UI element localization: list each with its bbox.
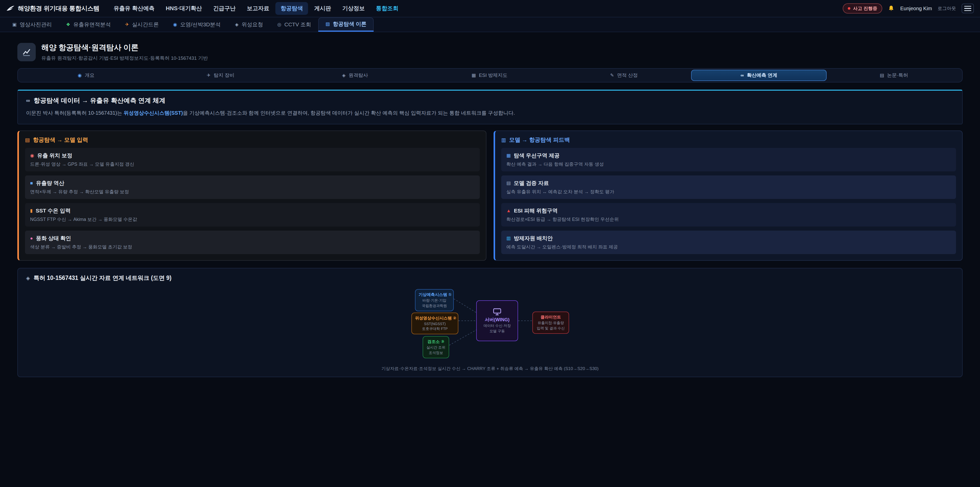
menu-integrated-search[interactable]: 통합조회 <box>371 2 404 15</box>
hamburger-menu-button[interactable] <box>962 3 974 13</box>
tab-cctv-view[interactable]: ◎ CCTV 조회 <box>270 18 318 32</box>
tab-pollution-ship-3d[interactable]: ◉ 오염/선박3D분석 <box>166 18 228 32</box>
oil-drum-icon: ● <box>30 236 33 241</box>
input-panel-header: ▤ 항공탐색 → 모델 입력 <box>25 136 480 144</box>
chart-icon: ▥ <box>506 236 511 241</box>
panels-row: ▤ 항공탐색 → 모델 입력 ◉유출 위치 보정 드론·위성 영상 → GPS … <box>18 131 963 261</box>
server-monitor-icon <box>493 308 501 316</box>
node-satellite-receiving-system: 위성영상수신시스템 ② SST(NGSST) 토호쿠대학 FTP <box>411 313 458 334</box>
notification-bell-icon[interactable] <box>888 5 894 12</box>
cctv-camera-icon: ◎ <box>277 22 282 27</box>
menu-report-materials[interactable]: 보고자료 <box>242 2 274 15</box>
network-caption: 기상자료·수온자료·조석정보 실시간 수신 → CHARRY 조류 + 취송류 … <box>26 366 954 372</box>
intro-title-row: ∞ 항공탐색 데이터 → 유출유 확산예측 연계 체계 <box>26 96 954 105</box>
tab-realtime-drone[interactable]: ✈ 실시간드론 <box>118 18 166 32</box>
document-icon: ▤ <box>506 181 511 185</box>
intro-card: ∞ 항공탐색 데이터 → 유출유 확산예측 연계 체계 이문진 박사 특허(등록… <box>18 89 963 125</box>
menu-weather-info[interactable]: 기상정보 <box>337 2 370 15</box>
feedback-panel-header: ▥ 모델 → 항공탐색 피드백 <box>501 136 956 144</box>
main-menu: 유출유 확산예측 HNS·대기확산 긴급구난 보고자료 항공탐색 게시판 기상정… <box>108 2 404 15</box>
square-area-icon: ■ <box>30 181 33 185</box>
sst-system-link[interactable]: 위성영상수신시스템(SST) <box>124 110 183 116</box>
input-panel: ▤ 항공탐색 → 모델 입력 ◉유출 위치 보정 드론·위성 영상 → GPS … <box>18 131 487 261</box>
section-nav: ◉ 개요 ✈ 탐지 장비 ◈ 원격탐사 ▦ ESI 방제지도 ✎ 면적 산정 ∞… <box>18 68 963 83</box>
nav-esi-map[interactable]: ▦ ESI 방제지도 <box>422 70 557 81</box>
page-title: 해양 항공탐색·원격탐사 이론 <box>41 42 208 53</box>
subtab-bar: ▣ 영상사진관리 ❖ 유출유면적분석 ✈ 실시간드론 ◉ 오염/선박3D분석 ◈… <box>0 18 980 32</box>
network-card: ◈ 특허 10-1567431 실시간 자료 연계 네트워크 (도면 9) 기상… <box>18 268 963 377</box>
link-icon: ∞ <box>741 73 744 78</box>
intro-title: 항공탐색 데이터 → 유출유 확산예측 연계 체계 <box>34 96 165 105</box>
satellite-icon: ◈ <box>342 73 345 78</box>
row-priority-search-zone: ▦탐색 우선구역 제공 확산 예측 결과 → 다음 항해 집중구역 자동 생성 <box>501 148 956 171</box>
row-spill-location-correction: ◉유출 위치 보정 드론·위성 영상 → GPS 좌표 → 모델 유출지점 갱신 <box>25 148 480 171</box>
wing-logo-icon <box>6 5 15 11</box>
node-weather-prediction-system: 기상예측시스템 ① 바람·기온·기압 국립환경과학원 <box>415 289 454 311</box>
drone-icon: ✈ <box>125 22 129 27</box>
app-logo[interactable]: 해양환경 위기대응 통합시스템 <box>6 4 99 13</box>
document-icon: ▤ <box>880 73 884 78</box>
topnav-right-cluster: 사고 진행중 Eunjeong Kim 로그아웃 <box>843 3 974 14</box>
antenna-icon: ◈ <box>26 276 30 281</box>
pin-icon: ◉ <box>30 153 34 158</box>
page-header: 해양 항공탐색·원격탐사 이론 유출유 원격탐지·항공감시 기법·ESI 방제정… <box>18 42 963 62</box>
status-dot-icon <box>848 7 850 10</box>
nav-papers-patents[interactable]: ▤ 논문·특허 <box>827 70 961 81</box>
page-subtitle: 유출유 원격탐지·항공감시 기법·ESI 방제정보지도·등록특허 10-1567… <box>41 55 208 62</box>
overview-icon: ◉ <box>78 73 82 78</box>
pencil-icon: ✎ <box>610 73 614 78</box>
clipboard-icon: ▤ <box>25 137 30 142</box>
menu-board[interactable]: 게시판 <box>309 2 336 15</box>
nav-diffusion-prediction-link[interactable]: ∞ 확산예측 연계 <box>691 70 827 81</box>
sphere-3d-icon: ◉ <box>173 22 177 27</box>
main-content: 해양 항공탐색·원격탐사 이론 유출유 원격탐지·항공감시 기법·ESI 방제정… <box>0 42 980 377</box>
alert-icon: ▲ <box>506 208 511 213</box>
network-title-row: ◈ 특허 10-1567431 실시간 자료 연계 네트워크 (도면 9) <box>26 274 954 282</box>
aircraft-icon: ✈ <box>207 73 210 78</box>
nav-area-calculation[interactable]: ✎ 면적 산정 <box>557 70 691 81</box>
menu-spill-diffusion-prediction[interactable]: 유출유 확산예측 <box>108 2 159 15</box>
menu-emergency-rescue[interactable]: 긴급구난 <box>208 2 241 15</box>
nav-remote-sensing[interactable]: ◈ 원격탐사 <box>288 70 422 81</box>
network-diagram: 기상예측시스템 ① 바람·기온·기압 국립환경과학원 위성영상수신시스템 ② S… <box>403 286 577 362</box>
incident-badge-label: 사고 진행중 <box>853 5 877 11</box>
area-analysis-icon: ❖ <box>66 22 70 27</box>
link-icon: ∞ <box>26 98 30 104</box>
node-tide-station: 검조소 ③ 실시간 조위 조석정보 <box>423 336 449 358</box>
logout-button[interactable]: 로그아웃 <box>938 5 956 11</box>
network-title: 특허 10-1567431 실시간 자료 연계 네트워크 (도면 9) <box>33 274 172 282</box>
thermometer-icon: ▮ <box>30 208 33 213</box>
row-sst-temperature-input: ▮SST 수온 입력 NGSST FTP 수신 → Akima 보간 → 풍화모… <box>25 203 480 227</box>
node-wing-server: 서버(WING) 데이터 수신·저장 모델 구동 <box>476 300 518 341</box>
intro-body: 이문진 박사 특허(등록특허 10-1567431)는 위성영상수신시스템(SS… <box>26 109 954 117</box>
feedback-panel: ▥ 모델 → 항공탐색 피드백 ▦탐색 우선구역 제공 확산 예측 결과 → 다… <box>493 131 963 261</box>
row-esi-risk-zone: ▲ESI 피해 위험구역 확산경로×ESI 등급 → 항공탐색 ESI 현장확인… <box>501 203 956 227</box>
row-response-resource-deployment: ▥방제자원 배치안 예측 도달시간 → 오일펜스·방제정 최적 배치 좌표 제공 <box>501 231 956 254</box>
chart-icon: ▨ <box>325 22 330 26</box>
map-icon: ▦ <box>472 73 476 78</box>
app-title: 해양환경 위기대응 통합시스템 <box>18 4 99 13</box>
bar-chart-icon: ▥ <box>501 137 506 142</box>
app-root: 해양환경 위기대응 통합시스템 유출유 확산예측 HNS·대기확산 긴급구난 보… <box>0 0 980 487</box>
row-model-validation-data: ▤모델 검증 자료 실측 유출유 위치 ↔ 예측값 오차 분석 → 정확도 평가 <box>501 176 956 199</box>
map-grid-icon: ▦ <box>506 153 511 158</box>
image-icon: ▣ <box>12 22 17 27</box>
row-weathering-state-check: ●풍화 상태 확인 색상 분류 → 증발비 추정 → 풍화모델 초기값 보정 <box>25 231 480 254</box>
incident-status-badge[interactable]: 사고 진행중 <box>843 3 882 14</box>
nav-overview[interactable]: ◉ 개요 <box>19 70 153 81</box>
page-title-chart-icon <box>18 43 36 61</box>
user-name[interactable]: Eunjeong Kim <box>900 6 932 11</box>
satellite-icon: ◈ <box>235 22 239 27</box>
nav-detection-equipment[interactable]: ✈ 탐지 장비 <box>153 70 288 81</box>
menu-hns-atmospheric[interactable]: HNS·대기확산 <box>161 2 207 15</box>
tab-image-photo-management[interactable]: ▣ 영상사진관리 <box>5 18 59 32</box>
node-client: 클라이언트 유출지점·유출량 입력 및 결과 수신 <box>532 311 569 334</box>
row-spill-volume-inversion: ■유출량 역산 면적×두께 → 유량 추정 → 확산모델 유출량 보정 <box>25 176 480 199</box>
tab-satellite-request[interactable]: ◈ 위성요청 <box>228 18 270 32</box>
top-navigation: 해양환경 위기대응 통합시스템 유출유 확산예측 HNS·대기확산 긴급구난 보… <box>0 0 980 18</box>
tab-spill-area-analysis[interactable]: ❖ 유출유면적분석 <box>59 18 118 32</box>
tab-aerial-search-theory[interactable]: ▨ 항공탐색 이론 <box>318 18 374 32</box>
menu-aerial-search[interactable]: 항공탐색 <box>275 2 308 15</box>
